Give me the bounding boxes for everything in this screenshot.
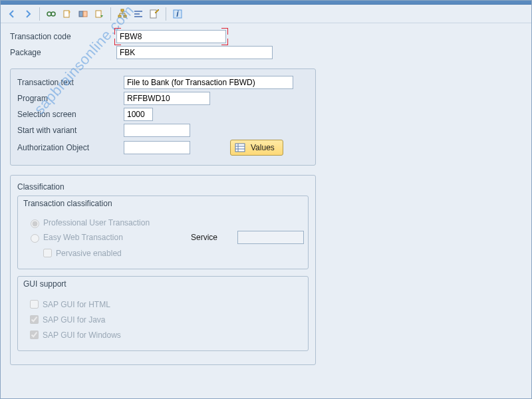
forward-icon[interactable] [21,7,35,21]
gui-java-checkbox[interactable] [30,315,39,324]
professional-radio-label: Professional User Transaction [43,218,150,227]
professional-radio[interactable] [31,219,39,228]
svg-rect-4 [83,11,87,17]
svg-rect-15 [235,144,245,152]
service-input[interactable] [237,231,304,244]
display-icon[interactable] [44,7,59,21]
transaction-details-panel: Transaction text Program Selection scree… [10,68,316,166]
transaction-code-row: Transaction code [10,30,522,43]
pervasive-check-row[interactable]: Pervasive enabled [41,247,299,259]
package-label: Package [10,48,116,57]
toolbar-separator [39,7,40,21]
application-toolbar: i [1,5,531,23]
svg-rect-2 [64,11,69,17]
svg-rect-7 [118,15,121,17]
svg-rect-6 [121,9,124,11]
transaction-text-input[interactable] [124,76,293,89]
start-variant-label: Start with variant [17,126,124,135]
start-variant-input[interactable] [124,124,190,137]
values-button-label: Values [251,143,275,152]
transaction-code-label: Transaction code [10,32,116,41]
hierarchy-icon[interactable] [115,7,130,21]
gui-windows-label: SAP GUI for Windows [43,331,121,340]
easy-web-radio-label: Easy Web Transaction [43,233,123,242]
program-input[interactable] [124,92,210,105]
gui-html-label: SAP GUI for HTML [43,300,110,309]
selection-screen-input[interactable] [124,108,153,121]
selection-screen-label: Selection screen [17,110,124,119]
svg-rect-3 [79,11,83,17]
change-icon[interactable] [76,7,90,21]
svg-point-1 [51,12,55,16]
program-label: Program [17,94,124,103]
svg-point-0 [47,12,51,16]
svg-rect-8 [124,15,126,17]
transaction-code-input[interactable] [116,30,226,43]
values-button[interactable]: Values [230,140,283,156]
auth-object-label: Authorization Object [17,143,124,152]
svg-rect-11 [134,16,142,17]
svg-rect-5 [96,11,101,17]
content-area: Transaction code Package Transaction tex… [1,23,531,372]
gui-windows-row[interactable]: SAP GUI for Windows [27,329,299,341]
professional-radio-row[interactable]: Professional User Transaction [27,217,299,228]
values-icon [235,142,245,153]
gui-html-row[interactable]: SAP GUI for HTML [27,298,299,311]
svg-rect-9 [134,11,142,12]
gui-html-checkbox[interactable] [30,300,39,309]
other-icon[interactable] [92,7,106,21]
transaction-classification-group: Transaction classification Professional … [17,196,309,269]
gui-support-group: GUI support SAP GUI for HTML SAP GUI for… [17,276,309,351]
align-icon[interactable] [131,7,146,21]
info-icon[interactable]: i [170,7,185,21]
classification-panel: Classification Transaction classificatio… [10,175,316,365]
package-row: Package [10,46,522,59]
edit-icon[interactable] [147,7,162,21]
transaction-classification-legend: Transaction classification [18,196,308,211]
svg-rect-10 [134,13,140,15]
gui-java-label: SAP GUI for Java [43,315,105,325]
classification-title: Classification [17,182,309,192]
easy-web-radio-row[interactable]: Easy Web Transaction [27,232,123,243]
gui-windows-checkbox[interactable] [30,331,39,339]
easy-web-radio[interactable] [31,234,39,243]
gui-support-legend: GUI support [18,277,308,291]
pervasive-label: Pervasive enabled [56,249,122,258]
svg-rect-12 [150,10,156,18]
auth-object-input[interactable] [124,141,190,154]
gui-java-row[interactable]: SAP GUI for Java [27,313,299,326]
package-input[interactable] [116,46,273,59]
create-icon[interactable] [60,7,74,21]
pervasive-checkbox[interactable] [43,249,52,257]
service-label: Service [191,233,217,242]
toolbar-separator [166,7,166,21]
transaction-text-label: Transaction text [17,78,124,87]
sap-gui-window: sapbrainsonline.com [0,0,532,399]
back-icon[interactable] [5,7,19,21]
toolbar-separator [110,7,111,21]
